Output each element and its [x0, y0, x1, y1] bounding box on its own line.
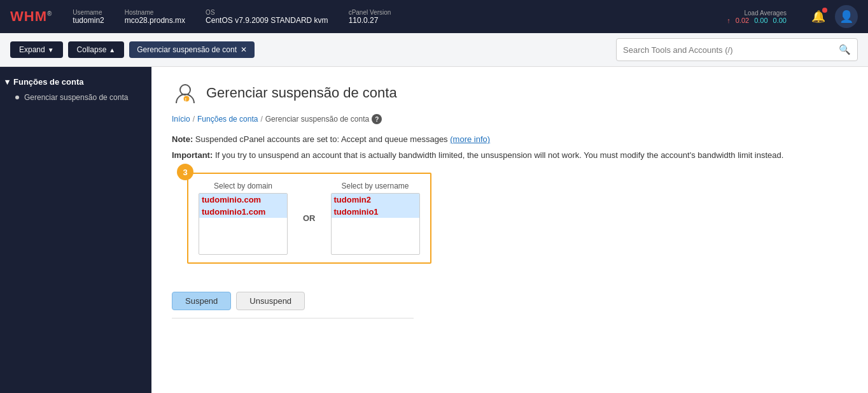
expand-arrow-icon: ▼ — [48, 46, 54, 54]
username-option-1: tudomin2 — [332, 194, 419, 206]
chevron-down-icon: ▾ — [5, 77, 10, 87]
more-info-link[interactable]: (more info) — [450, 134, 490, 144]
breadcrumb-home[interactable]: Início — [172, 115, 190, 124]
load-averages: Load Averages ↑ 0.02 0.00 0.00 — [727, 10, 787, 24]
selection-wrapper: 3 Select by domain tudominio.com tudomin… — [187, 173, 431, 264]
load-up-icon: ↑ — [727, 17, 731, 24]
suspend-button[interactable]: Suspend — [172, 292, 231, 310]
top-icons: 🔔 👤 — [807, 5, 858, 28]
search-bar: 🔍 — [616, 38, 858, 61]
svg-point-0 — [180, 85, 190, 95]
actions-row: Suspend Unsuspend — [172, 292, 848, 310]
notifications-button[interactable]: 🔔 — [807, 5, 830, 28]
whm-logo: WHM® — [10, 8, 52, 25]
unsuspend-button[interactable]: Unsuspend — [236, 292, 305, 310]
note-box: Note: Suspended cPanel accounts are set … — [172, 134, 848, 144]
notification-badge — [822, 8, 827, 13]
domain-option-2: tudominio1.com — [199, 206, 287, 218]
search-icon: 🔍 — [839, 44, 851, 55]
selects-row: Select by domain tudominio.com tudominio… — [199, 182, 420, 255]
domain-select[interactable]: tudominio.com tudominio1.com — [199, 193, 288, 255]
page-title: Gerenciar suspensão de conta — [206, 85, 397, 101]
sidebar: ▾ Funções de conta Gerenciar suspensão d… — [0, 67, 151, 393]
expand-button[interactable]: Expand ▼ — [10, 41, 63, 58]
username-select-label: Select by username — [331, 182, 420, 190]
user-menu-button[interactable]: 👤 — [835, 5, 858, 28]
domain-option-1: tudominio.com — [199, 194, 287, 206]
breadcrumb-current: Gerenciar suspensão de conta — [265, 115, 369, 124]
page-header: ! Gerenciar suspensão de conta — [172, 80, 848, 106]
domain-select-group: Select by domain tudominio.com tudominio… — [199, 182, 288, 255]
username-info: Username tudomin2 — [73, 9, 104, 25]
breadcrumb-section[interactable]: Funções de conta — [197, 115, 258, 124]
sidebar-item-manage-suspension[interactable]: Gerenciar suspensão de conta — [0, 89, 151, 106]
sys-info: Username tudomin2 Hostname mco28.prodns.… — [73, 9, 706, 25]
tab-close-icon[interactable]: ✕ — [241, 45, 247, 54]
username-option-2: tudominio1 — [332, 206, 419, 218]
page-icon: ! — [172, 80, 199, 106]
step-badge: 3 — [177, 164, 193, 180]
username-select[interactable]: tudomin2 tudominio1 — [331, 193, 420, 255]
separator-line — [172, 318, 414, 318]
toolbar-row: Expand ▼ Collapse ▲ Gerenciar suspensão … — [0, 33, 868, 67]
svg-text:!: ! — [185, 97, 187, 103]
breadcrumb: Início / Funções de conta / Gerenciar su… — [172, 114, 848, 124]
search-container: 🔍 — [260, 38, 858, 61]
top-bar: WHM® Username tudomin2 Hostname mco28.pr… — [0, 0, 868, 33]
important-box: Important: If you try to unsuspend an ac… — [172, 150, 848, 160]
help-icon[interactable]: ? — [372, 114, 382, 124]
main-layout: ▾ Funções de conta Gerenciar suspensão d… — [0, 67, 868, 393]
or-divider: OR — [298, 213, 321, 223]
content-area: ! Gerenciar suspensão de conta Início / … — [151, 67, 868, 393]
active-tab[interactable]: Gerenciar suspensão de cont ✕ — [129, 41, 255, 58]
cpanel-version-info: cPanel Version 110.0.27 — [349, 9, 391, 25]
domain-select-label: Select by domain — [199, 182, 288, 190]
search-input[interactable] — [623, 45, 839, 55]
os-info: OS CentOS v7.9.2009 STANDARD kvm — [206, 9, 328, 25]
collapse-arrow-icon: ▲ — [109, 46, 115, 54]
hostname-info: Hostname mco28.prodns.mx — [125, 9, 185, 25]
sidebar-section-account-functions[interactable]: ▾ Funções de conta — [0, 75, 151, 89]
collapse-button[interactable]: Collapse ▲ — [68, 41, 125, 58]
bullet-icon — [15, 96, 19, 99]
username-select-group: Select by username tudomin2 tudominio1 — [331, 182, 420, 255]
